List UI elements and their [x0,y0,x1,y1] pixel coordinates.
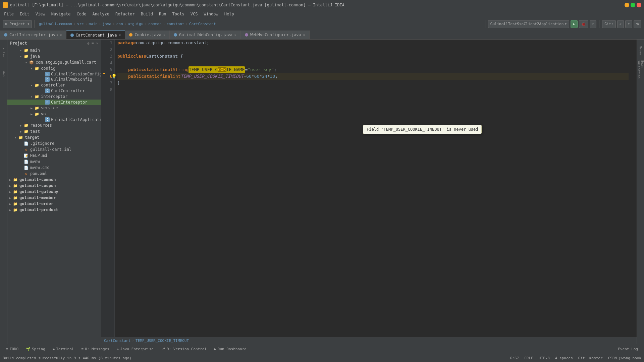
menu-window[interactable]: Window [201,11,221,17]
tree-item-cartinterceptor[interactable]: C CartInterceptor [7,100,101,105]
breadcrumb-common[interactable]: common [148,22,162,26]
vcs-update-button[interactable]: Git: [602,20,616,28]
tab-cartinterceptor[interactable]: CartInterceptor.java × [0,31,66,39]
tree-item-java[interactable]: ▾ 📁 java [7,53,101,59]
tree-item-helpmd[interactable]: 📝 HELP.md [7,153,101,159]
tab-terminal[interactable]: ▶ Terminal [49,346,77,352]
menu-build[interactable]: Build [138,11,156,17]
tree-item-order[interactable]: ▶ 📁 gulimall-order [7,201,101,207]
menu-code[interactable]: Code [74,11,89,17]
tree-item-target[interactable]: ▾ 📁 target [7,134,101,140]
arrow-gateway: ▶ [7,190,13,194]
maven-panel[interactable]: Maven [638,42,644,59]
sidebar-controls[interactable]: ⚙ ≡ × [87,41,98,46]
tree-item-pkg[interactable]: ▾ 📦 com.atguigu.gulimall.cart [7,59,101,65]
tree-item-mvnwcmd[interactable]: 📄 mvnw.cmd [7,165,101,171]
menu-edit[interactable]: Edit [17,11,32,17]
tab-close-webmvcconfigurer[interactable]: × [303,33,305,37]
web-panel[interactable]: Web [1,64,7,84]
run-coverage-button[interactable]: ☑ [590,20,597,28]
menu-tools[interactable]: Tools [170,11,187,17]
tab-event-log[interactable]: Event Log [614,346,641,352]
run-button[interactable]: ▶ [571,20,578,28]
menu-vcs[interactable]: VCS [188,11,201,17]
cursor-position[interactable]: 6:67 [510,356,519,360]
tree-item-sessionconfig[interactable]: C GulimallSessionConfig [7,71,101,77]
tab-close-cartconstant[interactable]: × [119,33,121,37]
editor-main[interactable]: 1 2 3 4 5 6 7 8 package com.atguigu.comm… [101,40,637,337]
close-button[interactable] [637,3,641,7]
tree-item-test[interactable]: ▶ 📁 test [7,128,101,134]
commit-button[interactable]: ✓ [617,20,624,28]
window-controls[interactable] [625,3,641,7]
breadcrumb-com[interactable]: com [116,22,123,26]
history-button[interactable]: ⟲ [634,20,641,28]
tab-close-gulimallwebconfig[interactable]: × [234,33,236,37]
tree-item-member[interactable]: ▶ 📁 gulimall-member [7,195,101,201]
tree-item-config[interactable]: ▾ 📁 config [7,65,101,71]
tree-item-mvnw[interactable]: 📄 mvnw [7,159,101,165]
menu-refactor[interactable]: Refactor [113,11,138,17]
menu-navigate[interactable]: Navigate [49,11,73,17]
tab-messages[interactable]: ≡ 0: Messages [78,346,112,352]
tab-run-dashboard[interactable]: ▶ Run Dashboard [211,346,250,352]
menu-file[interactable]: File [1,11,16,17]
tree-item-service-folder[interactable]: ▶ 📁 service [7,105,101,111]
menu-view[interactable]: View [33,11,48,17]
tab-close-cartinterceptor[interactable]: × [60,33,62,37]
line-ending[interactable]: CRLF [524,356,533,360]
menu-run[interactable]: Run [156,11,169,17]
tab-cartconstant[interactable]: CartConstant.java × [66,31,125,39]
tab-gulimallwebconfig[interactable]: GulimallWebConfig.java × [170,31,241,39]
tree-item-gulimallcartiml[interactable]: ⚙ gulimall-cart.iml [7,146,101,153]
tab-java-enterprise[interactable]: ☕ Java Enterprise [113,346,157,352]
indent-info[interactable]: 4 spaces [555,356,573,360]
tree-item-vo-folder[interactable]: ▶ 📁 vo [7,111,101,117]
breadcrumb-constant[interactable]: constant [166,22,184,26]
push-button[interactable]: ↑ [625,20,632,28]
tab-spring[interactable]: 🌱 Spring [22,346,49,352]
warning-stripe[interactable] [103,73,105,74]
tree-item-controller-folder[interactable]: ▾ 📁 controller [7,82,101,88]
tree-item-interceptor-folder[interactable]: ▾ 📁 interceptor [7,94,101,100]
tree-item-gateway[interactable]: ▶ 📁 gulimall-gateway [7,189,101,195]
tree-item-gitignore[interactable]: 📄 .gitignore [7,140,101,146]
label-resources: resources [30,123,52,128]
tree-item-webconfig[interactable]: C GulimallWebConfig [7,77,101,82]
tree-item-cartcontroller[interactable]: C CartController [7,88,101,94]
favorites-panel[interactable]: ★ Fav [1,42,7,62]
tab-cookie[interactable]: Cookie.java × [125,31,170,39]
tab-todo[interactable]: ≡ TODO [3,346,22,352]
vcs-info[interactable]: Git: master [578,356,603,360]
tree-item-pomxml[interactable]: ⚙ pom.xml [7,171,101,177]
debug-button[interactable]: 🐞 [579,20,588,28]
code-editor[interactable]: package com.atguigu.common.constant; pub… [115,40,631,337]
tree-item-product[interactable]: ▶ 📁 gulimall-product [7,207,101,213]
maximize-button[interactable] [631,3,635,7]
run-config-selector[interactable]: GulimallTestSsoClient2Application ▾ [488,20,569,28]
tree-item-main[interactable]: ▾ 📁 main [7,47,101,53]
breadcrumb-src[interactable]: src [77,22,84,26]
tree-item-resources[interactable]: ▶ 📁 resources [7,122,101,128]
breadcrumb-gulimall-common[interactable]: gulimall-common [39,22,72,26]
menu-analyze[interactable]: Analyze [90,11,112,17]
tab-version-control[interactable]: ⎇ 9: Version Control [158,346,210,352]
project-tree[interactable]: Project ⚙ ≡ × ▾ 📁 main ▾ 📁 java [7,40,101,344]
validation-panel[interactable]: Bean Validation [638,60,644,87]
tree-item-cartapplication[interactable]: C GulimallCartApplication [7,117,101,122]
tree-item-common[interactable]: ▶ 📁 gulimall-common [7,177,101,183]
tab-webmvcconfigurer[interactable]: WebMvcConfigurer.java × [241,31,310,39]
breadcrumb-atguigu[interactable]: atguigu [128,22,143,26]
bc-cartconstant[interactable]: CartConstant [104,339,130,343]
lightbulb-icon[interactable]: 💡 [111,73,117,80]
minimize-button[interactable] [625,3,629,7]
project-structure-button[interactable]: ⚙ Project ▾ [3,20,32,28]
tree-item-coupon[interactable]: ▶ 📁 gulimall-coupon [7,183,101,189]
breadcrumb-main[interactable]: main [89,22,98,26]
breadcrumb-cartconstant[interactable]: CartConstant [189,22,216,26]
menu-help[interactable]: Help [222,11,237,17]
breadcrumb-java[interactable]: java [102,22,111,26]
encoding[interactable]: UTF-8 [539,356,550,360]
bc-timeout[interactable]: TEMP_USER_COOKIE_TIMEOUT [136,339,189,343]
tab-close-cookie[interactable]: × [163,33,165,37]
